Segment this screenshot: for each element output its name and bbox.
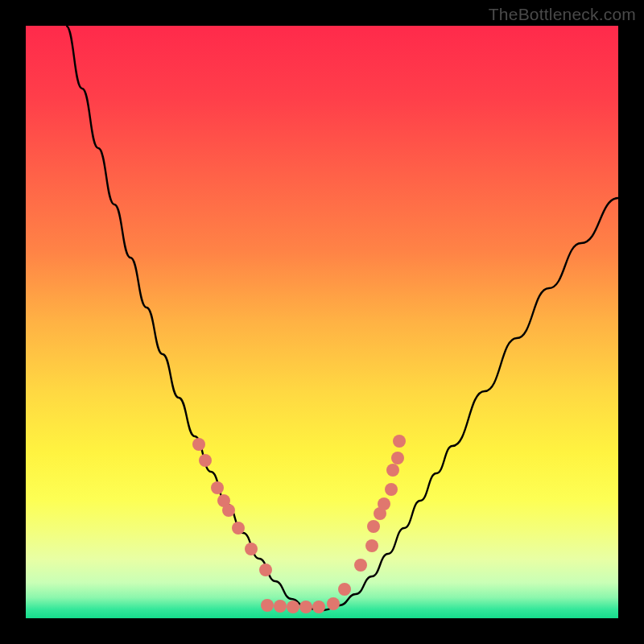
- plot-area: [26, 26, 618, 618]
- highlight-dots: [192, 435, 406, 613]
- dot: [312, 601, 325, 613]
- dot: [232, 522, 245, 535]
- dot: [393, 435, 406, 448]
- dot: [222, 504, 235, 517]
- dot: [367, 520, 380, 533]
- watermark-text: TheBottleneck.com: [489, 5, 636, 24]
- outer-frame: TheBottleneck.com: [0, 0, 644, 644]
- dot: [199, 454, 212, 467]
- dot: [385, 483, 398, 496]
- dot: [245, 543, 258, 555]
- dot: [211, 481, 224, 494]
- dot: [386, 464, 399, 477]
- dot: [391, 452, 404, 464]
- dot: [259, 564, 272, 576]
- dot: [261, 599, 274, 612]
- bottleneck-curve: [66, 26, 618, 610]
- dot: [327, 597, 340, 610]
- dot: [287, 601, 299, 613]
- dot: [338, 583, 351, 596]
- dot: [365, 539, 378, 552]
- dot: [354, 559, 367, 572]
- dot: [192, 438, 205, 451]
- dot: [378, 497, 390, 510]
- curve-layer: [26, 26, 618, 618]
- dot: [299, 601, 312, 613]
- dot: [274, 600, 287, 613]
